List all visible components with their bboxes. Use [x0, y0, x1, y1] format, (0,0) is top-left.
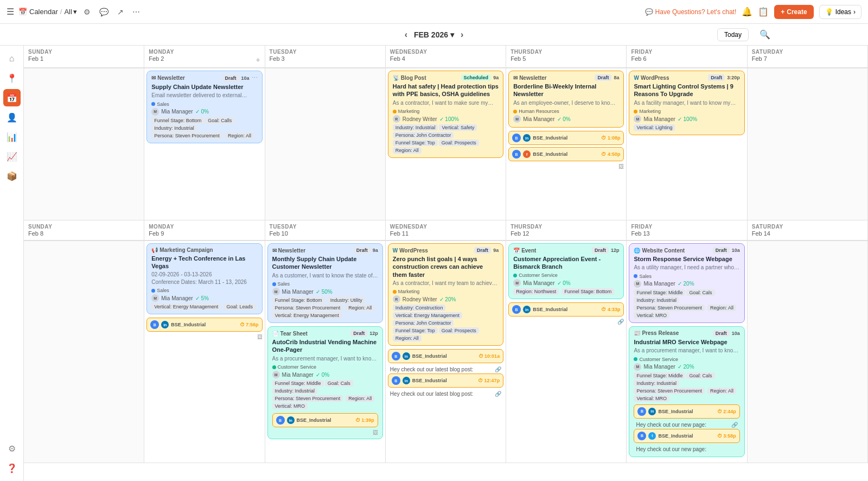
bse-card-2[interactable]: B f BSE_Industrial ⏱ 4:50p — [508, 147, 624, 161]
search-icon[interactable]: 🔍 — [760, 29, 770, 40]
tag-label: Sales — [157, 102, 169, 107]
layout-icon[interactable]: 📋 — [758, 7, 769, 17]
pill: Persona: John Contractor — [393, 132, 454, 138]
card-wordpress-smart-lighting[interactable]: W WordPress Draft 3:20p Smart Lighting C… — [629, 71, 744, 135]
today-button[interactable]: Today — [717, 28, 749, 41]
breadcrumb-sep: / — [60, 8, 62, 16]
breadcrumb-title[interactable]: Calendar — [29, 8, 58, 16]
prev-month-button[interactable]: ‹ — [403, 28, 410, 42]
bse-card-1[interactable]: B in BSE_Industrial ⏱ 1:08p — [508, 131, 624, 145]
bse-card-fri-2[interactable]: B t BSE_Industrial ⏱ 3:58p — [634, 429, 739, 443]
pill: Goal: Cals — [686, 372, 714, 379]
card-marketing-campaign-energy[interactable]: 📢 Marketing Campaign Energy + Tech Confe… — [146, 243, 262, 314]
sidebar-item-chart[interactable]: 📊 — [3, 128, 21, 145]
pill: Region: All — [225, 132, 254, 139]
bse-card-wed-2[interactable]: B in BSE_Industrial ⏱ 12:47p — [388, 374, 503, 388]
card-desc: As a facility manager, I want to know my… — [634, 99, 739, 106]
month-nav: ‹ FEB 2026 ▾ › — [403, 28, 466, 42]
card-desc: Email newsletter delivered to external i… — [151, 92, 257, 99]
sidebar-item-location[interactable]: 📍 — [3, 69, 21, 87]
manager-name: Rodney Writer — [403, 116, 437, 122]
create-button[interactable]: + Create — [774, 5, 813, 19]
card-website-content-storm[interactable]: 🌐 Website Content Draft 10a Storm Respon… — [629, 243, 744, 323]
card-newsletter-supply-chain[interactable]: ✉ Newsletter Draft 10a ⋯ Supply Chain Up… — [146, 71, 262, 143]
card-newsletter-borderline[interactable]: ✉ Newsletter Draft 8a Borderline Bi-Week… — [508, 71, 624, 128]
card-title: Storm Response Service Webpage — [634, 255, 739, 263]
bse-avatar: B — [512, 305, 521, 314]
pill: Funnel Stage: Top — [393, 140, 438, 146]
bse-name: BSE_Industrial — [658, 409, 693, 414]
tag-dot — [393, 110, 397, 113]
card-wordpress-zero-punch[interactable]: W WordPress Draft 9a Zero punch list goa… — [388, 243, 503, 346]
sidebar-item-bar[interactable]: 📈 — [3, 148, 21, 165]
more-icon[interactable]: ⋯ — [130, 5, 142, 18]
card-newsletter-monthly-supply[interactable]: ✉ Newsletter Draft 9a Monthly Supply Cha… — [267, 243, 383, 323]
share-icon[interactable]: ↗ — [115, 5, 126, 18]
day-header-mon: MONDAY Feb 2 + — [144, 46, 265, 68]
bse-card-fri-1[interactable]: B in BSE_Industrial ⏱ 2:44p — [634, 404, 739, 419]
day-header-sun2: SUNDAY Feb 8 — [24, 220, 144, 241]
pill: Region: All — [707, 305, 736, 311]
card-more-icon[interactable]: ⋯ — [252, 74, 258, 81]
pill: Region: Northwest — [513, 288, 559, 295]
card-pills: Industry: Construction Vertical: Energy … — [393, 304, 499, 342]
sidebar-item-calendar[interactable]: 📅 — [3, 89, 21, 106]
cell-feb6: W WordPress Draft 3:20p Smart Lighting C… — [627, 68, 747, 220]
card-badge-scheduled: Scheduled — [461, 74, 492, 81]
bse-time: ⏱ 7:56p — [240, 322, 259, 327]
filter-icon[interactable]: ⚙ — [81, 5, 93, 18]
manager-avatar: M — [513, 115, 521, 123]
pill: Funnel Stage: Bottom — [272, 297, 325, 303]
bse-text-fri2: Hey check out our new page: — [634, 445, 739, 453]
sidebar-item-home[interactable]: ⌂ — [3, 50, 21, 67]
sidebar-item-help[interactable]: ❓ — [3, 459, 21, 477]
card-title: Customer Appreciation Event - Bismarck B… — [513, 255, 619, 271]
ideas-button[interactable]: 💡 Ideas › — [819, 5, 861, 19]
day-date-thu2: Feb 12 — [510, 230, 622, 237]
bell-icon[interactable]: 🔔 — [742, 7, 752, 17]
day-date-mon: Feb 2 + — [149, 55, 260, 62]
card-header: 📢 Marketing Campaign — [151, 247, 257, 253]
bse-card-wed-1[interactable]: B in BSE_Industrial ⏱ 10:01a — [388, 349, 503, 363]
breadcrumb-all[interactable]: All ▾ — [64, 8, 76, 16]
pill: Persona: Steven Procurement — [272, 395, 343, 402]
link-icon: 🔗 — [495, 366, 501, 372]
image-icon: 🖼 — [146, 334, 262, 340]
card-meta: M Mia Manager ✓ 0% — [272, 371, 378, 378]
add-event-mon[interactable]: + — [256, 55, 260, 64]
comment-icon[interactable]: 💬 — [97, 5, 111, 18]
hamburger-icon[interactable]: ☰ — [7, 7, 14, 17]
website-icon: 🌐 — [634, 248, 640, 254]
newsletter-icon: ✉ — [272, 248, 277, 254]
sidebar-item-users[interactable]: 👤 — [3, 109, 21, 126]
next-month-button[interactable]: › — [458, 28, 465, 42]
card-pills: Vertical: Lighting — [634, 124, 739, 131]
bse-card-thu2[interactable]: B in BSE_Industrial ⏱ 4:33p — [508, 302, 624, 317]
pill: Persona: John Contractor — [393, 320, 454, 326]
card-tearsheet-autocrib[interactable]: 📄 Tear Sheet Draft 12p AutoCrib Industri… — [267, 326, 383, 439]
sidebar-item-settings[interactable]: ⚙ — [3, 440, 21, 457]
card-press-release-mro[interactable]: 📰 Press Release Draft 10a Industrial MRO… — [629, 326, 744, 457]
card-type-label: Newsletter — [278, 248, 306, 254]
day-name-tue2: TUESDAY — [270, 224, 381, 230]
card-pct: ✓ 100% — [678, 116, 697, 122]
pill: Funnel Stage: Middle — [634, 289, 685, 296]
pill: Industry: Construction — [393, 305, 446, 311]
card-blog-post-hardhat[interactable]: 📡 Blog Post Scheduled 9a Hard hat safety… — [388, 71, 503, 158]
card-title: Industrial MRO Service Webpage — [634, 338, 739, 346]
sidebar-item-box[interactable]: 📦 — [3, 167, 21, 185]
bse-card-tearsheet[interactable]: B in BSE_Industrial ⏱ 1:39p — [272, 413, 378, 427]
pill: Industry: Industrial — [634, 380, 679, 387]
card-type-label: WordPress — [399, 248, 428, 254]
bse-card-mon2[interactable]: B in BSE_Industrial ⏱ 7:56p — [146, 318, 262, 332]
month-label[interactable]: FEB 2026 ▾ — [414, 30, 454, 39]
card-event-customer-appreciation[interactable]: 📅 Event Draft 12p Customer Appreciation … — [508, 243, 624, 299]
pill: Persona: Steven Procurement — [634, 305, 705, 311]
card-title: Smart Lighting Control Systems | 9 Reaso… — [634, 83, 739, 98]
card-time: 9a — [373, 248, 378, 253]
newsletter-icon: ✉ — [151, 75, 156, 81]
newsletter-icon: ✉ — [513, 75, 518, 81]
pill: Vertical: MRO — [634, 312, 669, 319]
tag-label: Marketing — [398, 289, 420, 294]
have-questions-link[interactable]: 💬 Have Questions? Let's chat! — [645, 8, 736, 16]
